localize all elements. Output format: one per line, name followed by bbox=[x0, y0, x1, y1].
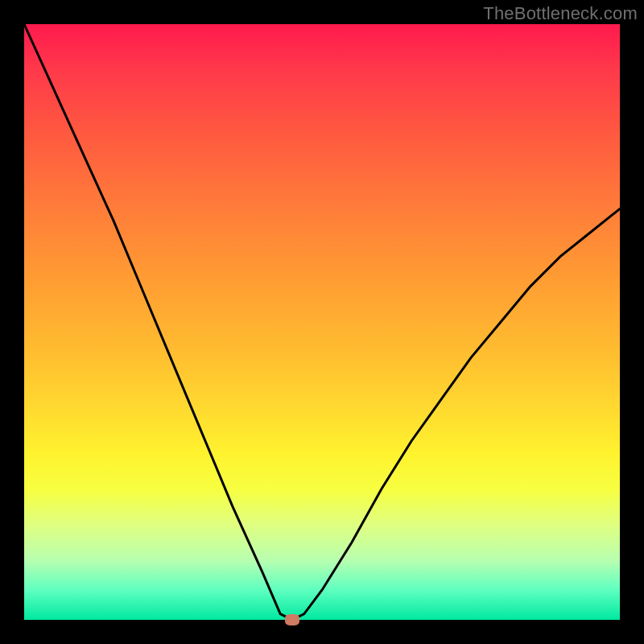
watermark-text: TheBottleneck.com bbox=[483, 3, 638, 24]
curve-svg bbox=[24, 24, 620, 620]
minimum-marker bbox=[285, 614, 299, 625]
plot-area bbox=[24, 24, 620, 620]
chart-frame: TheBottleneck.com bbox=[0, 0, 644, 644]
bottleneck-curve-path bbox=[24, 24, 620, 620]
